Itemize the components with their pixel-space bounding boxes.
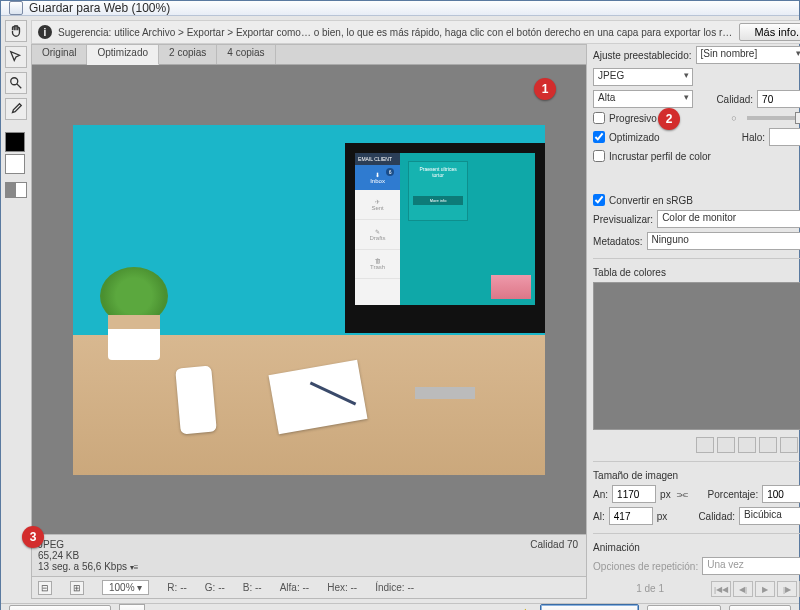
hand-tool[interactable] <box>5 20 27 42</box>
preview-panel: Original Optimizado 2 copias 4 copias <box>31 44 587 599</box>
embed-profile-checkbox[interactable] <box>593 150 605 162</box>
preview-image: EMAIL CLIENT ⬇Inbox6 ✈Sent ✎Drafts 🗑Tras… <box>73 125 545 475</box>
browser-preview-button[interactable]: ◐▾ <box>119 604 145 610</box>
optimized-label: Optimizado <box>609 132 660 143</box>
preset-select[interactable]: [Sin nombre] <box>696 46 801 64</box>
frame-counter: 1 de 1 <box>593 583 707 594</box>
loop-options-select: Una vez <box>702 557 800 575</box>
zoom-out-button[interactable]: ⊟ <box>38 581 52 595</box>
quality-input[interactable] <box>757 90 800 108</box>
preview-tabs: Original Optimizado 2 copias 4 copias <box>32 45 586 65</box>
annotation-marker-1: 1 <box>534 78 556 100</box>
slice-visibility-toggle[interactable] <box>5 182 27 198</box>
loop-options-label: Opciones de repetición: <box>593 561 698 572</box>
warning-icon: ⚠ <box>519 606 532 610</box>
link-dimensions-icon[interactable]: ⫘ <box>675 487 688 502</box>
quality-label: Calidad: <box>716 94 753 105</box>
tab-original[interactable]: Original <box>32 45 87 64</box>
width-label: An: <box>593 489 608 500</box>
zoom-value[interactable]: 100% ▾ <box>102 580 149 595</box>
readout-index: Índice: -- <box>375 582 414 593</box>
resample-select[interactable]: Bicúbica <box>739 507 800 525</box>
convert-srgb-checkbox[interactable] <box>593 194 605 206</box>
preview-mode-select[interactable]: Color de monitor <box>657 210 800 228</box>
preset-label: Ajuste preestablecido: <box>593 50 691 61</box>
preview-canvas-area[interactable]: EMAIL CLIENT ⬇Inbox6 ✈Sent ✎Drafts 🗑Tras… <box>32 65 586 534</box>
zoom-in-button[interactable]: ⊞ <box>70 581 84 595</box>
ct-action-4[interactable] <box>759 437 777 453</box>
eyedropper-tool[interactable] <box>5 98 27 120</box>
optimized-checkbox[interactable] <box>593 131 605 143</box>
ct-action-2[interactable] <box>717 437 735 453</box>
tab-2up[interactable]: 2 copias <box>159 45 217 64</box>
zoom-status-bar: ⊟ ⊞ 100% ▾ R: -- G: -- B: -- Alfa: -- He… <box>32 576 586 598</box>
resample-label: Calidad: <box>698 511 735 522</box>
first-frame-button: |◀◀ <box>711 581 731 597</box>
next-frame-button: |▶ <box>777 581 797 597</box>
matte-select[interactable] <box>769 128 800 146</box>
readout-g: G: -- <box>205 582 225 593</box>
dialog-footer: Previsualizar... ◐▾ ⚠ Guardar... Cancela… <box>1 603 799 610</box>
readout-b: B: -- <box>243 582 262 593</box>
info-format: JPEG <box>38 539 580 550</box>
tool-strip <box>5 20 27 599</box>
width-input[interactable] <box>612 485 656 503</box>
ct-action-1[interactable] <box>696 437 714 453</box>
window-title: Guardar para Web (100%) <box>29 1 170 15</box>
save-button[interactable]: Guardar... <box>540 604 639 610</box>
height-input[interactable] <box>609 507 653 525</box>
info-icon: i <box>38 25 52 39</box>
convert-srgb-label: Convertir en sRGB <box>609 195 693 206</box>
prev-frame-button: ◀| <box>733 581 753 597</box>
readout-hex: Hex: -- <box>327 582 357 593</box>
annotation-marker-2: 2 <box>658 108 680 130</box>
blur-label: ○ <box>731 113 736 123</box>
preview-info-footer: JPEG 65,24 KB 13 seg. a 56,6 Kbps ▾≡ Cal… <box>32 534 586 576</box>
quality-preset-select[interactable]: Alta <box>593 90 693 108</box>
image-size-title: Tamaño de imagen <box>593 470 800 481</box>
preview-mode-label: Previsualizar: <box>593 214 653 225</box>
readout-r: R: -- <box>167 582 186 593</box>
color-table-actions <box>593 437 800 453</box>
ct-lock-icon[interactable] <box>738 437 756 453</box>
more-info-button[interactable]: Más info. <box>739 23 800 41</box>
tab-4up[interactable]: 4 copias <box>217 45 275 64</box>
tab-optimized[interactable]: Optimizado <box>87 45 159 65</box>
window-icon <box>9 1 23 15</box>
settings-panel: Ajuste preestablecido: [Sin nombre] ▾≡ J… <box>591 44 800 599</box>
px-unit-1: px <box>660 489 671 500</box>
titlebar[interactable]: Guardar para Web (100%) <box>1 1 799 16</box>
height-label: Al: <box>593 511 605 522</box>
hint-text: Sugerencia: utilice Archivo > Exportar >… <box>58 27 733 38</box>
cancel-button[interactable]: Cancelar <box>647 605 721 610</box>
percent-label: Porcentaje: <box>708 489 759 500</box>
percent-input[interactable] <box>762 485 800 503</box>
preview-button[interactable]: Previsualizar... <box>9 605 111 610</box>
metadata-label: Metadatos: <box>593 236 642 247</box>
color-swatches[interactable] <box>5 132 27 174</box>
info-quality: Calidad 70 <box>530 539 578 550</box>
format-select[interactable]: JPEG <box>593 68 693 86</box>
done-button[interactable]: Hecho <box>729 605 791 610</box>
progressive-label: Progresivo <box>609 113 657 124</box>
readout-alpha: Alfa: -- <box>280 582 309 593</box>
play-button: ▶ <box>755 581 775 597</box>
matte-label: Halo: <box>742 132 765 143</box>
annotation-marker-3: 3 <box>22 526 44 548</box>
metadata-select[interactable]: Ninguno <box>647 232 800 250</box>
save-for-web-dialog: Guardar para Web (100%) i Sugerencia: ut… <box>0 0 800 610</box>
px-unit-2: px <box>657 511 668 522</box>
info-download-time: 13 seg. a 56,6 Kbps <box>38 561 127 572</box>
blur-slider[interactable] <box>747 116 800 120</box>
svg-point-0 <box>11 78 18 85</box>
embed-profile-label: Incrustar perfil de color <box>609 151 711 162</box>
progressive-checkbox[interactable] <box>593 112 605 124</box>
slice-select-tool[interactable] <box>5 46 27 68</box>
ct-action-5[interactable] <box>780 437 798 453</box>
foreground-swatch[interactable] <box>5 132 25 152</box>
info-filesize: 65,24 KB <box>38 550 580 561</box>
zoom-tool[interactable] <box>5 72 27 94</box>
color-table-label: Tabla de colores <box>593 267 800 278</box>
color-table <box>593 282 800 430</box>
background-swatch[interactable] <box>5 154 25 174</box>
